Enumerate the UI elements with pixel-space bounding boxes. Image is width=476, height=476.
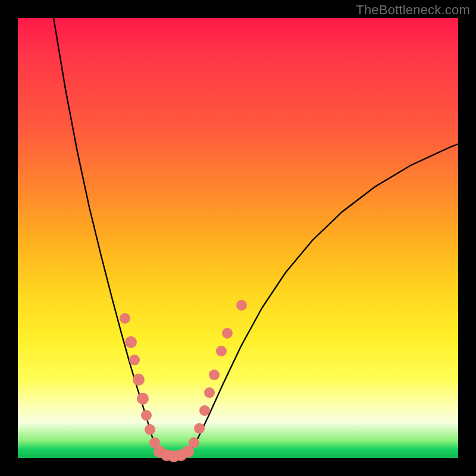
data-dot	[129, 355, 140, 365]
data-dots	[120, 300, 247, 462]
bottleneck-curve	[54, 18, 458, 457]
plot-area	[18, 18, 458, 458]
data-dot	[216, 346, 227, 356]
data-dot	[222, 328, 233, 339]
watermark-text: TheBottleneck.com	[356, 2, 470, 18]
data-dot	[133, 374, 145, 386]
data-dot	[199, 405, 210, 416]
data-dot	[125, 336, 137, 348]
data-dot	[120, 313, 130, 324]
data-dot	[145, 424, 155, 435]
data-dot	[209, 369, 220, 380]
chart-frame: TheBottleneck.com	[0, 0, 476, 476]
data-dot	[137, 393, 149, 405]
data-dot	[204, 387, 215, 398]
data-dot	[189, 437, 199, 448]
data-dot	[141, 410, 152, 421]
data-dot	[236, 300, 247, 311]
data-dot	[194, 423, 205, 434]
curve-svg	[18, 18, 458, 458]
